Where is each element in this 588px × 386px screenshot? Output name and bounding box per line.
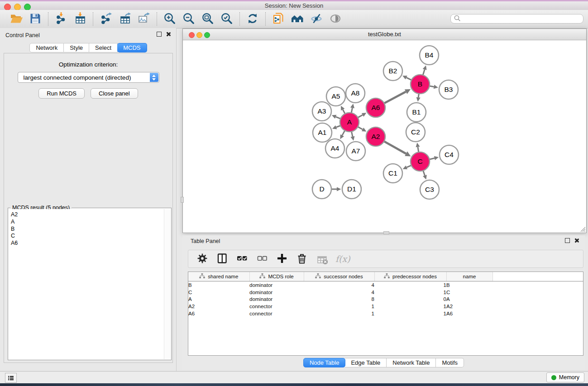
table-row[interactable]: Adominator80A <box>188 296 583 303</box>
export-image-button[interactable] <box>137 12 151 26</box>
node-A7[interactable]: A7 <box>346 142 365 161</box>
clone-network-button[interactable] <box>272 12 285 26</box>
edge-B-B1[interactable] <box>416 94 421 102</box>
edge-A-A8[interactable] <box>350 104 354 113</box>
close-panel-button[interactable]: Close panel <box>91 88 138 99</box>
zoom-out-button[interactable] <box>182 12 196 26</box>
network-minimize-traffic-light[interactable] <box>196 32 202 38</box>
import-network-button[interactable] <box>54 12 68 26</box>
home-layout-button[interactable] <box>291 12 304 26</box>
mcds-result-item[interactable]: C <box>11 233 164 240</box>
optimization-criterion-select[interactable]: largest connected component (directed) <box>18 72 159 83</box>
tab-node-table[interactable]: Node Table <box>303 358 346 367</box>
edge-C-C1[interactable] <box>403 165 411 169</box>
column-header-mcds-role[interactable]: MCDS role <box>249 272 304 281</box>
network-zoom-traffic-light[interactable] <box>204 32 210 38</box>
column-header-predecessor-nodes[interactable]: predecessor nodes <box>374 272 446 281</box>
import-table-button[interactable] <box>73 12 87 26</box>
table-row[interactable]: A6connector11A6 <box>188 310 583 317</box>
edge-D-D1[interactable] <box>331 187 341 191</box>
tab-network-table[interactable]: Network Table <box>387 358 436 367</box>
edge-A-A4[interactable] <box>340 130 345 139</box>
tab-network[interactable]: Network <box>29 43 64 52</box>
window-resize-grip[interactable] <box>579 226 586 232</box>
mcds-result-item[interactable]: A6 <box>11 240 164 247</box>
node-B3[interactable]: B3 <box>439 80 458 99</box>
node-C4[interactable]: C4 <box>440 145 459 164</box>
open-session-folder-button[interactable] <box>10 12 23 26</box>
edge-A-A5[interactable] <box>341 106 345 114</box>
column-header-name[interactable]: name <box>446 272 492 281</box>
table-row[interactable]: A2connector11A2 <box>188 303 583 310</box>
node-C1[interactable]: C1 <box>383 164 402 183</box>
node-B4[interactable]: B4 <box>420 46 439 65</box>
node-A5[interactable]: A5 <box>326 87 345 106</box>
deselect-all-checkboxes-button[interactable] <box>256 253 268 265</box>
network-close-traffic-light[interactable] <box>189 32 195 38</box>
refresh-view-button[interactable] <box>246 12 259 26</box>
node-C2[interactable]: C2 <box>406 123 425 142</box>
task-history-button[interactable] <box>5 373 17 383</box>
node-A8[interactable]: A8 <box>346 84 365 103</box>
edge-C-C4[interactable] <box>429 156 439 160</box>
mcds-result-item[interactable]: B <box>11 226 164 233</box>
mcds-result-item[interactable]: A <box>11 219 164 226</box>
edge-A-A7[interactable] <box>350 132 354 141</box>
add-column-button[interactable] <box>276 253 288 265</box>
node-A1[interactable]: A1 <box>313 123 332 142</box>
column-view-button[interactable] <box>216 253 229 265</box>
edge-B-B4[interactable] <box>423 65 427 75</box>
node-A6[interactable]: A6 <box>366 98 385 117</box>
edge-A2-C[interactable] <box>384 141 411 156</box>
node-D[interactable]: D <box>312 180 331 199</box>
network-vertical-scroll-thumb[interactable] <box>181 197 184 203</box>
close-panel-icon[interactable] <box>574 238 579 243</box>
show-graphics-details-button[interactable] <box>329 12 342 26</box>
mcds-result-item[interactable]: A2 <box>11 211 164 219</box>
node-A3[interactable]: A3 <box>312 102 331 121</box>
edge-A-A2[interactable] <box>358 127 366 132</box>
delete-column-button[interactable] <box>296 253 308 265</box>
zoom-selected-button[interactable] <box>220 12 234 26</box>
edge-C-C3[interactable] <box>423 171 427 180</box>
save-session-button[interactable] <box>29 12 42 26</box>
search-input[interactable] <box>461 15 583 23</box>
column-header-shared-name[interactable]: shared name <box>188 272 249 281</box>
tab-edge-table[interactable]: Edge Table <box>345 358 387 367</box>
tab-style[interactable]: Style <box>64 43 89 52</box>
network-window-titlebar[interactable]: testGlobe.txt <box>183 29 586 40</box>
node-B2[interactable]: B2 <box>383 62 402 81</box>
node-C3[interactable]: C3 <box>420 180 439 199</box>
tab-motifs[interactable]: Motifs <box>436 358 464 367</box>
edge-A-A6[interactable] <box>358 113 366 118</box>
edge-C-C2[interactable] <box>416 143 420 152</box>
network-canvas[interactable]: AA6A2BCA1A3A4A5A7A8B1B2B3B4C1C2C3C4DD1 <box>183 40 586 233</box>
table-settings-gear-button[interactable] <box>196 253 209 265</box>
column-header-successor-nodes[interactable]: successor nodes <box>304 272 374 281</box>
node-A2[interactable]: A2 <box>366 127 385 146</box>
zoom-fit-button[interactable] <box>201 12 215 26</box>
table-row[interactable]: Cdominator41C <box>188 289 583 296</box>
node-A[interactable]: A <box>340 113 359 132</box>
run-mcds-button[interactable]: Run MCDS <box>38 88 85 99</box>
edge-B-B2[interactable] <box>402 76 411 80</box>
tab-mcds[interactable]: MCDS <box>117 43 147 52</box>
edge-B-B3[interactable] <box>430 85 438 89</box>
tab-select[interactable]: Select <box>89 43 118 52</box>
export-table-button[interactable] <box>118 12 132 26</box>
zoom-in-button[interactable] <box>163 12 177 26</box>
edge-A-A1[interactable] <box>332 125 340 129</box>
select-all-checkboxes-button[interactable] <box>236 253 249 265</box>
node-B1[interactable]: B1 <box>407 103 426 122</box>
node-B[interactable]: B <box>411 75 430 94</box>
export-network-button[interactable] <box>99 12 113 26</box>
close-panel-icon[interactable] <box>166 32 171 37</box>
edge-A6-B[interactable] <box>384 89 411 103</box>
hide-graphics-details-button[interactable] <box>310 12 323 26</box>
node-A4[interactable]: A4 <box>325 139 344 158</box>
result-list-scrollbar[interactable] <box>164 209 171 359</box>
node-D1[interactable]: D1 <box>342 180 361 199</box>
network-horizontal-scroll-thumb[interactable] <box>383 231 389 234</box>
table-row[interactable]: Bdominator41B <box>188 281 583 289</box>
float-panel-icon[interactable] <box>565 238 570 243</box>
